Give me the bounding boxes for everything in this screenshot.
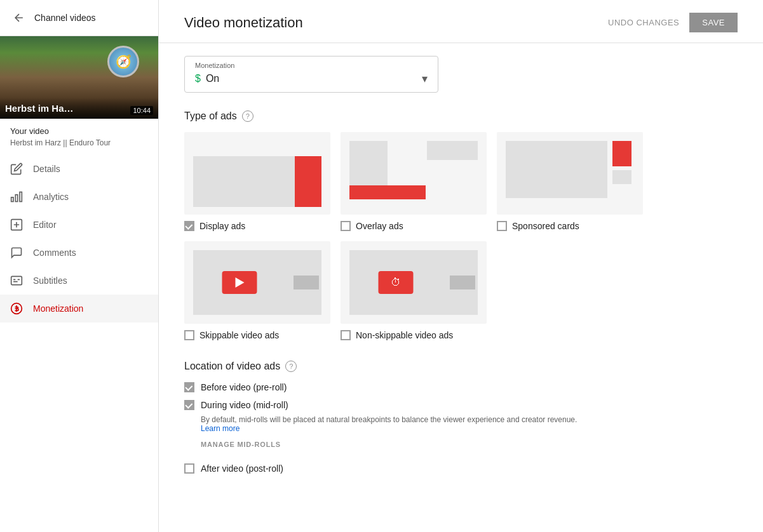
play-triangle-icon (235, 277, 244, 288)
analytics-label: Analytics (33, 192, 69, 202)
display-ad-preview (184, 132, 330, 215)
sponsored-cards-label: Sponsored cards (512, 221, 579, 231)
type-of-ads-heading: Type of ads ? (184, 110, 738, 122)
back-button[interactable] (10, 9, 28, 27)
nonskippable-label: Non-skippable video ads (356, 330, 453, 340)
ads-grid-bottom: Skippable video ads ⏱ Non-skippable vide… (184, 241, 738, 340)
details-icon (10, 163, 23, 175)
display-ad-block (295, 156, 321, 207)
video-thumbnail: 🧭 Herbst im Ha… 10:44 (0, 36, 158, 119)
mid-roll-row: During video (mid-roll) (184, 400, 738, 410)
skippable-ad-preview (184, 241, 330, 324)
header-divider (159, 43, 763, 43)
location-help-icon[interactable]: ? (285, 361, 297, 372)
sponsored-ad-preview (497, 132, 643, 215)
sidebar: Channel videos 🧭 Herbst im Ha… 10:44 You… (0, 0, 159, 532)
sponsored-inner-screen (506, 141, 607, 198)
display-ads-label: Display ads (199, 221, 245, 231)
skippable-checkbox[interactable] (184, 330, 194, 340)
compass-decoration: 🧭 (107, 46, 139, 77)
svg-rect-4 (11, 276, 22, 284)
monetization-dropdown-label: Monetization (185, 57, 438, 69)
sponsored-cards-checkbox[interactable] (497, 221, 507, 231)
main-header: Video monetization UNDO CHANGES SAVE (159, 0, 763, 43)
nonskippable-checkbox[interactable] (341, 330, 351, 340)
ad-card-nonskippable: ⏱ Non-skippable video ads (341, 241, 487, 340)
monetization-label: Monetization (33, 303, 83, 314)
manage-midrolls-button[interactable]: MANAGE MID-ROLLS (201, 441, 281, 448)
location-heading: Location of video ads ? (184, 361, 738, 372)
learn-more-link[interactable]: Learn more (201, 424, 240, 433)
ad-card-skippable: Skippable video ads (184, 241, 330, 340)
skip-block (294, 276, 319, 289)
chevron-down-icon: ▾ (422, 72, 428, 86)
sponsored-card-block2 (612, 170, 631, 184)
nonskippable-side-block (450, 276, 475, 289)
editor-icon (10, 218, 23, 231)
post-roll-label: After video (post-roll) (201, 463, 283, 474)
type-of-ads-help-icon[interactable]: ? (242, 110, 253, 122)
pre-roll-label: Before video (pre-roll) (201, 382, 287, 392)
video-thumbnail-container: 🧭 Herbst im Ha… 10:44 (0, 36, 158, 119)
monetization-dropdown[interactable]: Monetization $ On ▾ (184, 56, 438, 93)
sidebar-item-monetization[interactable]: Monetization (0, 295, 158, 323)
content-body: Monetization $ On ▾ Type of ads ? (159, 56, 763, 512)
post-roll-row: After video (post-roll) (184, 463, 738, 474)
display-ads-row: Display ads (184, 221, 245, 231)
nonskippable-row: Non-skippable video ads (341, 330, 453, 340)
monetization-value-text: On (206, 73, 219, 84)
sidebar-header: Channel videos (0, 0, 158, 36)
details-label: Details (33, 164, 60, 174)
ad-card-sponsored: Sponsored cards (497, 132, 643, 231)
mid-roll-note: By default, mid-rolls will be placed at … (201, 415, 582, 433)
skippable-row: Skippable video ads (184, 330, 279, 340)
skippable-label: Skippable video ads (199, 330, 279, 340)
analytics-icon (10, 190, 23, 203)
sidebar-item-editor[interactable]: Editor (0, 211, 158, 239)
sponsored-card-block1 (612, 141, 631, 166)
your-video-label: Your video (0, 119, 158, 138)
sidebar-item-comments[interactable]: Comments (0, 239, 158, 267)
dollar-icon: $ (195, 73, 201, 84)
overlay-ads-checkbox[interactable] (341, 221, 351, 231)
mid-roll-label: During video (mid-roll) (201, 400, 288, 410)
location-section: Location of video ads ? Before video (pr… (184, 361, 738, 474)
skippable-play-btn (222, 271, 257, 294)
sidebar-item-details[interactable]: Details (0, 155, 158, 183)
ad-card-display: Display ads (184, 132, 330, 231)
type-of-ads-title: Type of ads (184, 110, 237, 122)
svg-rect-1 (15, 195, 17, 202)
monetization-dropdown-value: $ On ▾ (185, 69, 438, 92)
overlay-ads-label: Overlay ads (356, 221, 403, 231)
display-ads-checkbox[interactable] (184, 221, 194, 231)
editor-label: Editor (33, 220, 57, 230)
monetization-value-left: $ On (195, 73, 219, 84)
sidebar-title: Channel videos (34, 13, 96, 23)
your-video-subtitle: Herbst im Harz || Enduro Tour (0, 138, 158, 155)
comments-label: Comments (33, 248, 76, 258)
subtitles-icon (10, 274, 23, 287)
thumbnail-duration: 10:44 (130, 106, 153, 115)
overlay-bottom-bar (349, 185, 426, 199)
overlay-ad-preview (341, 132, 487, 215)
pre-roll-checkbox[interactable] (184, 382, 194, 392)
comments-icon (10, 246, 23, 259)
location-title: Location of video ads (184, 361, 280, 372)
overlay-left-block (349, 141, 388, 185)
display-inner-screen (193, 156, 295, 207)
nonskippable-ad-preview: ⏱ (341, 241, 487, 324)
sidebar-nav: Details Analytics Editor Comments Subtit… (0, 155, 158, 323)
pre-roll-row: Before video (pre-roll) (184, 382, 738, 392)
monetization-icon (10, 302, 23, 315)
post-roll-checkbox[interactable] (184, 463, 194, 474)
save-button[interactable]: SAVE (689, 13, 738, 32)
ad-card-overlay: Overlay ads (341, 132, 487, 231)
subtitles-label: Subtitles (33, 276, 67, 286)
mid-roll-checkbox[interactable] (184, 400, 194, 410)
sidebar-item-analytics[interactable]: Analytics (0, 183, 158, 211)
overlay-right-block (427, 141, 478, 160)
sidebar-item-subtitles[interactable]: Subtitles (0, 267, 158, 295)
thumbnail-title: Herbst im Ha… (5, 103, 74, 114)
overlay-ads-row: Overlay ads (341, 221, 403, 231)
undo-button[interactable]: UNDO CHANGES (608, 18, 679, 27)
